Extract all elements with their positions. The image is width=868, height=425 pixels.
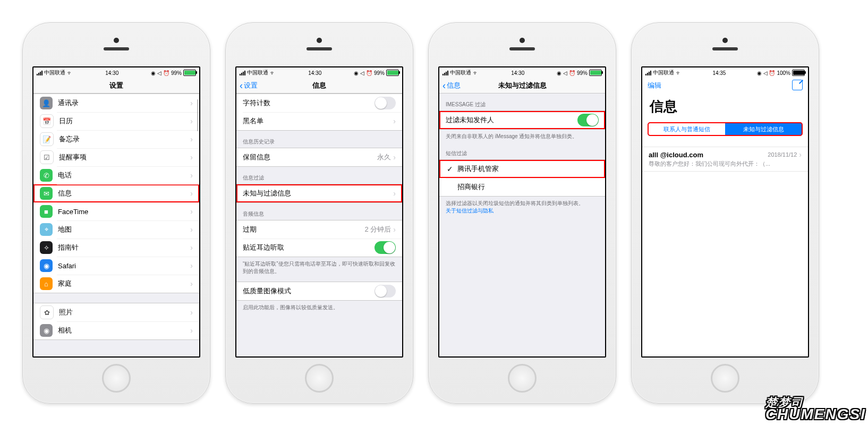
settings-row[interactable]: ✧指南针› [33,239,199,257]
row-label: 照片 [59,308,190,317]
chevron-right-icon: › [190,308,193,317]
app-icon: 📝 [40,132,54,146]
status-bar: 中国联通ᯤ 14:30 ◉ ◁ ⏰99% [236,67,402,78]
back-button[interactable]: ‹信息 [442,81,461,90]
row-label: 贴近耳边听取 [243,243,375,252]
chevron-right-icon: › [190,279,193,288]
section-footer: 关闭来自非联系人的 iMessage 通知并将信息单独归类。 [439,130,605,142]
settings-row[interactable]: 👤通讯录› [33,94,199,112]
settings-row[interactable]: 📝备忘录› [33,130,199,148]
section-footer: “贴近耳边听取”使您只需将电话举至耳边，即可快速听取和回复收到的音频信息。 [236,257,402,277]
settings-row[interactable]: ◉Safari› [33,257,199,275]
row-label: 招商银行 [457,182,599,192]
nav-title: 设置 [109,81,123,90]
row-label: 过期 [243,225,364,234]
settings-row[interactable]: 字符计数 [236,94,402,112]
edit-button[interactable]: 编辑 [648,81,661,90]
row-label: Safari [58,262,190,270]
row-label: 指南针 [58,243,190,252]
settings-row[interactable]: ✆电话› [33,166,199,184]
settings-row[interactable]: 黑名单› [236,112,402,130]
settings-row[interactable]: 低质量图像模式 [236,282,402,300]
nav-title: 未知与过滤信息 [498,81,547,90]
phone-messages-settings: 中国联通ᯤ 14:30 ◉ ◁ ⏰99% ‹设置 信息 字符计数黑名单› 信息历… [225,22,413,404]
row-label: 黑名单 [243,116,393,126]
row-label: 提醒事项 [59,152,190,162]
phone-settings: 中国联通ᯤ 14:30 ◉ ◁ ⏰99% 设置 👤通讯录›📅日历›📝备忘录›☑︎… [22,22,210,404]
settings-row[interactable]: ☑︎提醒事项› [33,148,199,166]
app-icon: ⌂ [40,277,53,290]
phone-filter-settings: 中国联通ᯤ 14:30 ◉ ◁ ⏰99% ‹信息 未知与过滤信息 IMESSAG… [428,22,616,404]
row-label: 电话 [58,171,190,180]
checkmark-icon: ✓ [446,165,454,173]
section-header: 信息过滤 [236,167,402,184]
chevron-right-icon: › [393,153,396,162]
back-button[interactable]: ‹设置 [240,81,258,90]
message-sender: all​l @icloud.com [649,151,768,159]
row-label: 家庭 [58,279,190,288]
row-label: 腾讯手机管家 [457,164,599,174]
chevron-right-icon: › [393,225,396,234]
section-header: 音频信息 [236,203,402,220]
section-header: 短信过滤 [439,142,605,159]
status-time: 14:30 [105,70,118,76]
row-label: 地图 [58,225,190,234]
chevron-right-icon: › [190,225,193,234]
app-icon: ✿ [40,305,54,319]
nav-bar: 编辑 [642,78,808,93]
settings-row[interactable]: ✉︎信息› [33,184,199,202]
app-icon: 📅 [40,114,54,128]
app-icon: ✉︎ [40,187,53,200]
segment-contacts[interactable]: 联系人与普通短信 [648,123,725,135]
settings-row[interactable]: ■FaceTime› [33,202,199,220]
toggle-switch[interactable] [577,114,599,126]
row-label: 相机 [58,326,190,335]
app-icon: ✧ [40,241,53,254]
settings-row[interactable]: ⌂家庭› [33,275,199,293]
app-icon: ◉ [40,259,53,272]
section-header: 信息历史记录 [236,131,402,148]
chevron-right-icon: › [190,261,193,270]
settings-row[interactable]: ⌖地图› [33,220,199,239]
privacy-link[interactable]: 关于短信过滤与隐私 [446,208,493,214]
message-date: 2018/11/12 [768,151,797,158]
message-row[interactable]: all​l @icloud.com 2018/11/12 › 尊敬的客户您好：我… [642,147,808,172]
toggle-switch[interactable] [375,241,396,254]
chevron-right-icon: › [190,117,193,125]
row-label: 低质量图像模式 [243,286,375,296]
settings-row[interactable]: 保留信息永久› [236,148,402,166]
nav-bar: 设置 [33,78,199,94]
settings-row[interactable]: 贴近耳边听取 [236,239,402,257]
segment-unknown[interactable]: 未知与过滤信息 [725,123,802,135]
chevron-right-icon: › [190,326,193,335]
toggle-switch[interactable] [375,285,396,298]
settings-row[interactable]: ◉相机› [33,321,199,339]
app-icon: ◉ [40,324,53,337]
nav-bar: ‹信息 未知与过滤信息 [439,78,605,94]
row-label: FaceTime [58,208,190,216]
segment-control[interactable]: 联系人与普通短信 未知与过滤信息 [648,122,803,136]
settings-row[interactable]: 过滤未知发件人 [439,111,605,129]
compose-icon [792,80,803,90]
chevron-right-icon: › [190,207,193,216]
chevron-right-icon: › [393,189,396,198]
settings-row[interactable]: 过期2 分钟后› [236,220,402,239]
chevron-right-icon: › [190,243,193,252]
status-bar: 中国联通ᯤ 14:30 ◉ ◁ ⏰99% [33,67,199,78]
compose-button[interactable] [792,80,803,92]
row-label: 字符计数 [243,98,375,108]
settings-row[interactable]: 招商银行 [439,178,605,196]
row-value: 2 分钟后 [364,225,391,234]
settings-row[interactable]: 未知与过滤信息› [236,184,402,202]
nav-title: 信息 [312,81,326,90]
watermark: 楚梦司 CHUMENGSI [765,399,866,423]
row-label: 未知与过滤信息 [243,189,393,198]
app-icon: ⌖ [40,223,53,236]
settings-row[interactable]: ✿照片› [33,303,199,321]
row-label: 保留信息 [243,152,377,162]
status-bar: 中国联通ᯤ 14:30 ◉ ◁ ⏰99% [439,67,605,78]
settings-row[interactable]: ✓腾讯手机管家 [439,160,605,178]
settings-row[interactable]: 📅日历› [33,112,199,130]
toggle-switch[interactable] [375,97,396,109]
row-value: 永久 [377,152,391,162]
